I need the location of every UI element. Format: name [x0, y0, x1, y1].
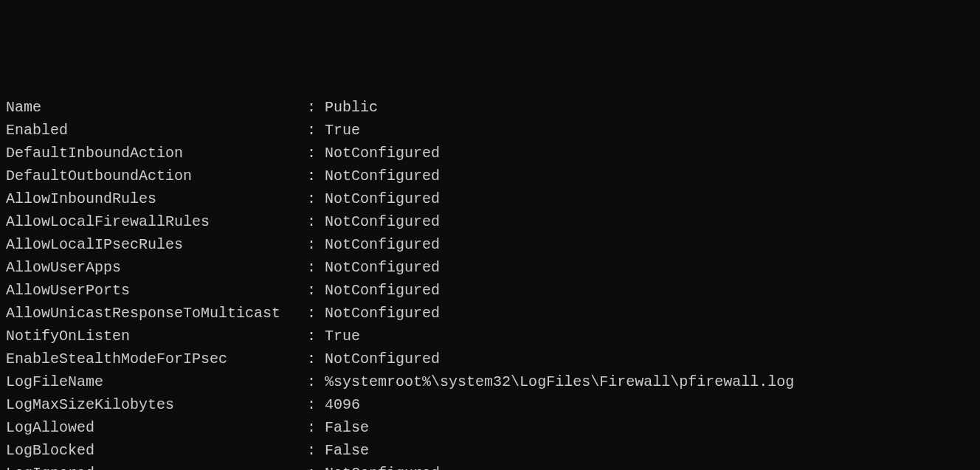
property-key: Name [6, 96, 298, 119]
property-value: NotConfigured [325, 145, 440, 162]
property-key: AllowInboundRules [6, 187, 298, 210]
property-value: NotConfigured [325, 236, 440, 253]
property-value: 4096 [325, 396, 360, 413]
property-separator: : [298, 213, 325, 230]
property-value: Public [325, 99, 378, 116]
property-value: False [325, 419, 369, 436]
property-key: LogMaxSizeKilobytes [6, 393, 298, 416]
property-separator: : [298, 282, 325, 299]
property-separator: : [298, 145, 325, 162]
property-value: NotConfigured [325, 305, 440, 322]
property-value: NotConfigured [325, 259, 440, 276]
property-key: LogIgnored [6, 462, 298, 470]
property-separator: : [298, 419, 325, 436]
property-separator: : [298, 259, 325, 276]
property-row: Enabled : True [6, 119, 974, 142]
property-value: NotConfigured [325, 465, 440, 470]
property-key: AllowUserApps [6, 256, 298, 279]
property-key: NotifyOnListen [6, 325, 298, 348]
property-key: DefaultInboundAction [6, 142, 298, 165]
property-row: LogIgnored : NotConfigured [6, 462, 974, 470]
property-separator: : [298, 373, 325, 390]
property-key: LogFileName [6, 370, 298, 393]
property-key: AllowLocalFirewallRules [6, 210, 298, 233]
property-separator: : [298, 305, 325, 322]
property-separator: : [298, 396, 325, 413]
property-separator: : [298, 350, 325, 367]
terminal-output: Name : PublicEnabled : TrueDefaultInboun… [6, 96, 974, 470]
property-value: NotConfigured [325, 213, 440, 230]
property-key: AllowUserPorts [6, 279, 298, 302]
property-row: AllowInboundRules : NotConfigured [6, 187, 974, 210]
property-row: AllowLocalFirewallRules : NotConfigured [6, 210, 974, 233]
property-key: EnableStealthModeForIPsec [6, 348, 298, 370]
property-key: LogBlocked [6, 439, 298, 462]
property-key: AllowUnicastResponseToMulticast [6, 302, 298, 325]
property-row: DefaultOutboundAction : NotConfigured [6, 165, 974, 187]
property-value: %systemroot%\system32\LogFiles\Firewall\… [325, 373, 794, 390]
property-row: DefaultInboundAction : NotConfigured [6, 142, 974, 165]
property-row: LogAllowed : False [6, 416, 974, 439]
property-row: EnableStealthModeForIPsec : NotConfigure… [6, 348, 974, 370]
property-separator: : [298, 465, 325, 470]
property-key: LogAllowed [6, 416, 298, 439]
property-separator: : [298, 122, 325, 139]
property-row: LogMaxSizeKilobytes : 4096 [6, 393, 974, 416]
property-separator: : [298, 442, 325, 459]
property-value: NotConfigured [325, 350, 440, 367]
property-row: AllowUserPorts : NotConfigured [6, 279, 974, 302]
property-key: DefaultOutboundAction [6, 165, 298, 187]
property-row: AllowUserApps : NotConfigured [6, 256, 974, 279]
property-value: NotConfigured [325, 282, 440, 299]
property-key: Enabled [6, 119, 298, 142]
property-row: Name : Public [6, 96, 974, 119]
property-row: LogFileName : %systemroot%\system32\LogF… [6, 370, 974, 393]
property-value: True [325, 328, 360, 345]
property-separator: : [298, 328, 325, 345]
property-key: AllowLocalIPsecRules [6, 233, 298, 256]
property-separator: : [298, 190, 325, 207]
property-row: AllowLocalIPsecRules : NotConfigured [6, 233, 974, 256]
property-row: AllowUnicastResponseToMulticast : NotCon… [6, 302, 974, 325]
property-value: NotConfigured [325, 167, 440, 184]
property-row: NotifyOnListen : True [6, 325, 974, 348]
property-separator: : [298, 99, 325, 116]
property-row: LogBlocked : False [6, 439, 974, 462]
property-value: True [325, 122, 360, 139]
property-separator: : [298, 167, 325, 184]
property-separator: : [298, 236, 325, 253]
property-value: False [325, 442, 369, 459]
property-value: NotConfigured [325, 190, 440, 207]
